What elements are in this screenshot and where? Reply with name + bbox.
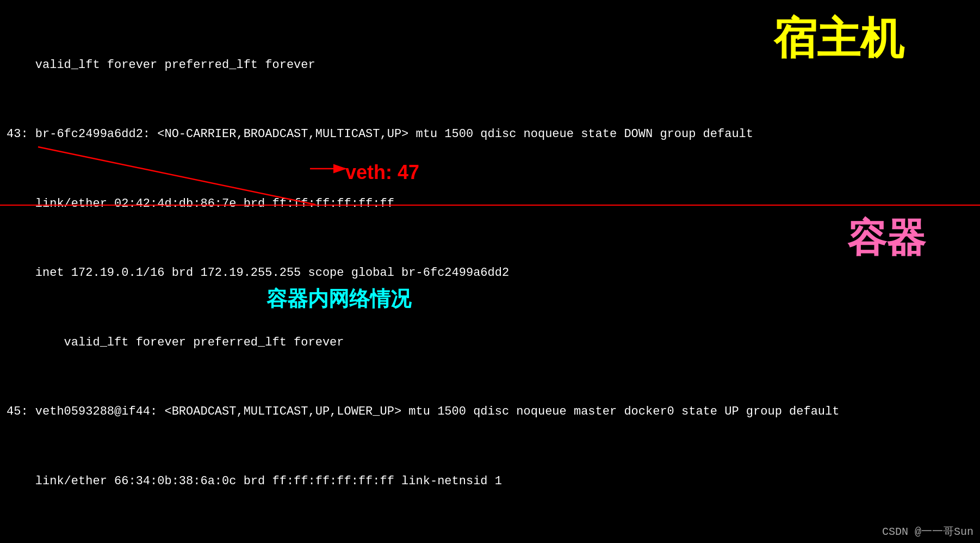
line-2: 43: br-6fc2499a6dd2: <NO-CARRIER,BROADCA… — [7, 126, 973, 143]
line-1: valid_lft forever preferred_lft forever — [7, 57, 973, 74]
line-5: valid_lft forever preferred_lft forever — [7, 334, 973, 351]
line-3: link/ether 02:42:4d:db:86:7e brd ff:ff:f… — [7, 195, 973, 213]
line-6: 45: veth0593288@if44: <BROADCAST,MULTICA… — [7, 403, 973, 421]
terminal: valid_lft forever preferred_lft forever … — [0, 0, 980, 543]
line-7: link/ether 66:34:0b:38:6a:0c brd ff:ff:f… — [7, 473, 973, 490]
csdn-watermark: CSDN @一一哥Sun — [882, 524, 973, 539]
line-4: inet 172.19.0.1/16 brd 172.19.255.255 sc… — [7, 264, 973, 282]
